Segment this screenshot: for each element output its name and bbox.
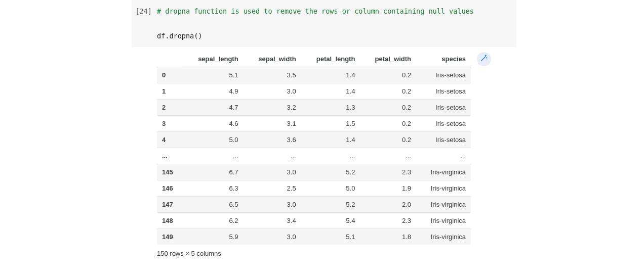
table-cell: ...	[360, 148, 416, 164]
table-cell: 3.0	[244, 83, 301, 99]
row-index: 0	[157, 67, 182, 83]
table-cell: Iris-virginica	[416, 228, 471, 245]
column-header: species	[416, 51, 471, 67]
table-cell: 3.6	[244, 131, 301, 148]
table-header-row: sepal_length sepal_width petal_length pe…	[157, 51, 471, 67]
row-index: 2	[157, 99, 182, 115]
table-row: 1476.53.05.22.0Iris-virginica	[157, 196, 471, 212]
magic-wand-icon	[480, 54, 488, 64]
table-cell: ...	[301, 148, 360, 164]
table-cell: ...	[416, 148, 471, 164]
table-cell: ...	[244, 148, 301, 164]
table-cell: 5.1	[301, 228, 360, 245]
table-corner	[157, 51, 182, 67]
table-row: 24.73.21.30.2Iris-setosa	[157, 99, 471, 115]
table-cell: 1.8	[360, 228, 416, 245]
table-cell: Iris-setosa	[416, 67, 471, 83]
code-comment: # dropna function is used to remove the …	[157, 5, 516, 17]
row-index: 148	[157, 212, 182, 228]
row-index: 1	[157, 83, 182, 99]
table-cell: ...	[182, 148, 243, 164]
row-index: 4	[157, 131, 182, 148]
table-cell: 3.2	[244, 99, 301, 115]
table-row: 1495.93.05.11.8Iris-virginica	[157, 228, 471, 245]
table-cell: 2.0	[360, 196, 416, 212]
cell-output: sepal_length sepal_width petal_length pe…	[157, 51, 491, 257]
table-row: 1466.32.55.01.9Iris-virginica	[157, 180, 471, 196]
code-cell-input[interactable]: [24] # dropna function is used to remove…	[132, 0, 516, 47]
table-row: 05.13.51.40.2Iris-setosa	[157, 67, 471, 83]
table-cell: 5.2	[301, 196, 360, 212]
table-cell: 0.2	[360, 83, 416, 99]
table-cell: 6.3	[182, 180, 243, 196]
row-index: 146	[157, 180, 182, 196]
table-row: 1456.73.05.22.3Iris-virginica	[157, 164, 471, 180]
table-cell: 2.5	[244, 180, 301, 196]
table-cell: 2.3	[360, 164, 416, 180]
column-header: sepal_width	[244, 51, 301, 67]
table-cell: 3.1	[244, 115, 301, 131]
table-cell: 4.6	[182, 115, 243, 131]
suggest-chart-button[interactable]	[477, 52, 491, 66]
table-row: 45.03.61.40.2Iris-setosa	[157, 131, 471, 148]
table-cell: 0.2	[360, 115, 416, 131]
table-cell: 2.3	[360, 212, 416, 228]
table-cell: Iris-virginica	[416, 180, 471, 196]
table-cell: 5.1	[182, 67, 243, 83]
table-cell: 4.7	[182, 99, 243, 115]
table-cell: 1.4	[301, 131, 360, 148]
table-cell: Iris-virginica	[416, 196, 471, 212]
table-cell: 6.2	[182, 212, 243, 228]
table-cell: Iris-virginica	[416, 212, 471, 228]
table-cell: 1.3	[301, 99, 360, 115]
table-row: ..................	[157, 148, 471, 164]
table-cell: Iris-virginica	[416, 164, 471, 180]
row-index: 147	[157, 196, 182, 212]
table-cell: 5.0	[182, 131, 243, 148]
table-cell: 6.5	[182, 196, 243, 212]
table-cell: 3.0	[244, 196, 301, 212]
dataframe-summary: 150 rows × 5 columns	[157, 250, 491, 257]
table-cell: 1.4	[301, 83, 360, 99]
table-cell: Iris-setosa	[416, 115, 471, 131]
table-row: 1486.23.45.42.3Iris-virginica	[157, 212, 471, 228]
row-index: ...	[157, 148, 182, 164]
table-cell: 0.2	[360, 131, 416, 148]
table-cell: 3.4	[244, 212, 301, 228]
table-cell: 0.2	[360, 67, 416, 83]
table-cell: 1.5	[301, 115, 360, 131]
column-header: petal_length	[301, 51, 360, 67]
execution-count: [24]	[132, 5, 157, 42]
table-cell: 5.0	[301, 180, 360, 196]
column-header: petal_width	[360, 51, 416, 67]
row-index: 149	[157, 228, 182, 245]
table-cell: 5.4	[301, 212, 360, 228]
table-cell: 0.2	[360, 99, 416, 115]
table-cell: Iris-setosa	[416, 99, 471, 115]
table-cell: 1.9	[360, 180, 416, 196]
table-cell: 5.2	[301, 164, 360, 180]
table-cell: 3.0	[244, 164, 301, 180]
table-cell: Iris-setosa	[416, 83, 471, 99]
row-index: 3	[157, 115, 182, 131]
table-cell: 1.4	[301, 67, 360, 83]
row-index: 145	[157, 164, 182, 180]
code-content[interactable]: # dropna function is used to remove the …	[157, 5, 516, 42]
table-cell: Iris-setosa	[416, 131, 471, 148]
column-header: sepal_length	[182, 51, 243, 67]
table-cell: 6.7	[182, 164, 243, 180]
dataframe-table: sepal_length sepal_width petal_length pe…	[157, 51, 471, 245]
table-cell: 5.9	[182, 228, 243, 245]
table-cell: 4.9	[182, 83, 243, 99]
table-row: 14.93.01.40.2Iris-setosa	[157, 83, 471, 99]
table-cell: 3.5	[244, 67, 301, 83]
table-row: 34.63.11.50.2Iris-setosa	[157, 115, 471, 131]
table-cell: 3.0	[244, 228, 301, 245]
code-statement: df.dropna()	[157, 30, 516, 42]
